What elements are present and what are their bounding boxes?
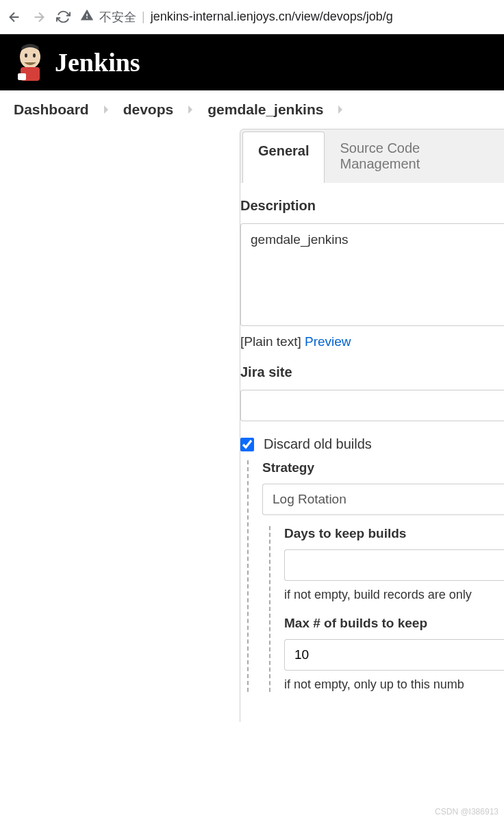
jira-label: Jira site	[240, 364, 504, 380]
discard-label: Discard old builds	[264, 436, 372, 452]
max-label: Max # of builds to keep	[284, 616, 504, 631]
chevron-right-icon	[187, 105, 194, 114]
description-input[interactable]	[240, 223, 504, 326]
browser-toolbar: 不安全 | jenkins-internal.ienjoys.cn/view/d…	[0, 0, 504, 34]
address-bar[interactable]: 不安全 | jenkins-internal.ienjoys.cn/view/d…	[80, 8, 497, 25]
forward-icon[interactable]	[32, 10, 47, 25]
left-sidebar	[0, 129, 240, 722]
svg-point-1	[25, 53, 27, 58]
discard-checkbox[interactable]	[240, 438, 254, 451]
jenkins-header: Jenkins	[0, 34, 504, 90]
chevron-right-icon	[337, 105, 344, 114]
breadcrumb-dashboard[interactable]: Dashboard	[14, 101, 89, 118]
svg-point-2	[33, 53, 36, 58]
plain-text-label: [Plain text]	[240, 334, 301, 349]
config-panel: General Source Code Management Descripti…	[240, 129, 504, 722]
strategy-select[interactable]: Log Rotation	[262, 484, 504, 515]
warning-icon	[80, 8, 94, 25]
strategy-label: Strategy	[262, 460, 504, 475]
days-input[interactable]	[284, 549, 504, 581]
jira-input[interactable]	[240, 390, 504, 421]
tab-general[interactable]: General	[242, 132, 325, 183]
description-label: Description	[240, 198, 504, 214]
url-divider: |	[142, 10, 145, 24]
insecure-label: 不安全	[99, 9, 136, 25]
tab-bar: General Source Code Management	[240, 129, 504, 183]
svg-rect-4	[18, 73, 26, 80]
max-help: if not empty, only up to this numb	[284, 677, 504, 692]
jenkins-title[interactable]: Jenkins	[55, 47, 140, 77]
breadcrumb-devops[interactable]: devops	[123, 101, 174, 118]
chevron-right-icon	[103, 105, 110, 114]
back-icon[interactable]	[7, 10, 22, 25]
days-help: if not empty, build records are only	[284, 588, 504, 602]
preview-link[interactable]: Preview	[305, 334, 351, 349]
jenkins-logo-icon[interactable]	[14, 43, 47, 82]
days-label: Days to keep builds	[284, 526, 504, 541]
reload-icon[interactable]	[56, 10, 71, 24]
max-input[interactable]	[284, 639, 504, 671]
breadcrumb: Dashboard devops gemdale_jenkins	[0, 90, 504, 129]
watermark: CSDN @I386913	[435, 807, 499, 817]
url-text: jenkins-internal.ienjoys.cn/view/devops/…	[151, 10, 393, 24]
tab-scm[interactable]: Source Code Management	[325, 129, 504, 183]
breadcrumb-job[interactable]: gemdale_jenkins	[207, 101, 323, 118]
